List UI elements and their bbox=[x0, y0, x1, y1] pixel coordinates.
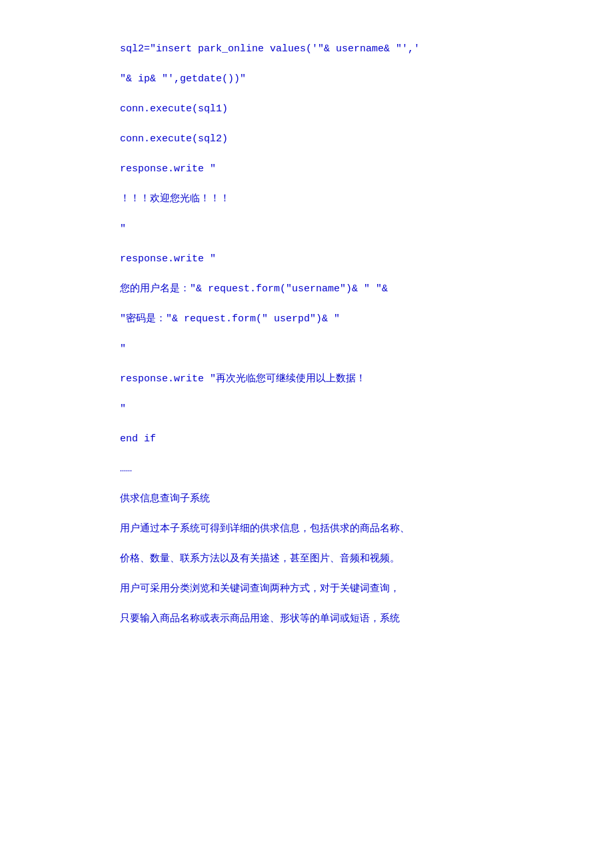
code-line-8: response.write ″ bbox=[120, 250, 493, 268]
paragraph-line-3: 用户可采用分类浏览和关键词查询两种方式，对于关键词查询， bbox=[120, 580, 493, 598]
code-line-2: ″& ip& ″',getdate())″ bbox=[120, 70, 493, 88]
code-line-4: conn.execute(sql2) bbox=[120, 130, 493, 148]
code-line-6: ！！！欢迎您光临！！！ bbox=[120, 190, 493, 208]
code-line-5: response.write ″ bbox=[120, 160, 493, 178]
code-line-3: conn.execute(sql1) bbox=[120, 100, 493, 118]
code-line-12: response.write ″再次光临您可继续使用以上数据！ bbox=[120, 370, 493, 388]
section-title: 供求信息查询子系统 bbox=[120, 490, 493, 508]
code-line-1: sql2=″insert park_online values('″& user… bbox=[120, 40, 493, 58]
code-line-10: ″密码是：″& request.form(″ userpd″)& ″ bbox=[120, 310, 493, 328]
code-line-13: ″ bbox=[120, 400, 493, 418]
paragraph-line-4: 只要输入商品名称或表示商品用途、形状等的单词或短语，系统 bbox=[120, 610, 493, 628]
code-line-14: end if bbox=[120, 430, 493, 448]
code-line-11: ″ bbox=[120, 340, 493, 358]
main-content: sql2=″insert park_online values('″& user… bbox=[120, 40, 493, 628]
code-line-15: …… bbox=[120, 460, 493, 478]
code-line-9: 您的用户名是：″& request.form(″username″)& ″ ″& bbox=[120, 280, 493, 298]
code-line-7: ″ bbox=[120, 220, 493, 238]
paragraph-line-1: 用户通过本子系统可得到详细的供求信息，包括供求的商品名称、 bbox=[120, 520, 493, 538]
paragraph-line-2: 价格、数量、联系方法以及有关描述，甚至图片、音频和视频。 bbox=[120, 550, 493, 568]
